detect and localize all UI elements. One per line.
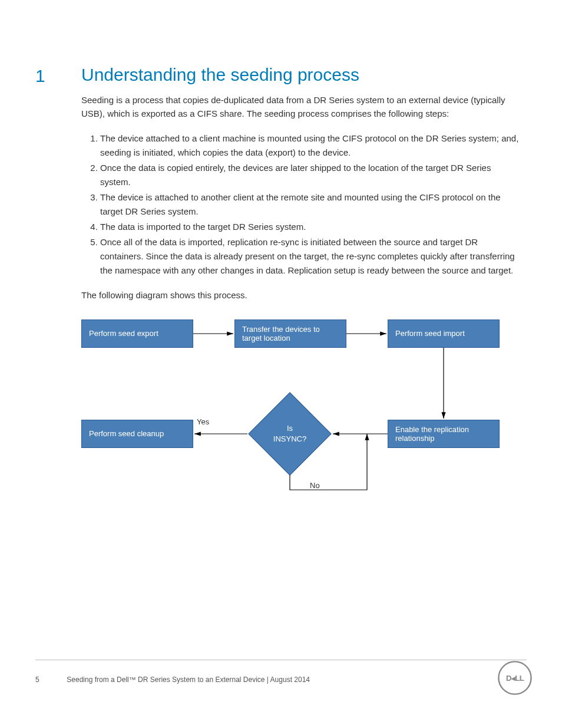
intro-paragraph: Seeding is a process that copies de-dupl…	[81, 93, 520, 121]
svg-text:D◂LL: D◂LL	[506, 674, 524, 683]
dell-logo-icon: D◂LL	[497, 660, 533, 696]
footer-divider	[35, 660, 527, 660]
page-footer: 5 Seeding from a Dell™ DR Series System …	[35, 676, 310, 684]
flow-diagram: Perform seed export Transfer the devices…	[81, 316, 529, 510]
footer-text: Seeding from a Dell™ DR Series System to…	[67, 676, 310, 684]
diagram-lead: The following diagram shows this process…	[81, 288, 520, 302]
step-item: Once the data is copied entirely, the de…	[100, 161, 520, 189]
step-item: Once all of the data is imported, replic…	[100, 235, 520, 278]
step-item: The data is imported to the target DR Se…	[100, 220, 520, 234]
flow-box-label: Perform seed export	[89, 329, 158, 338]
document-page: 1 Understanding the seeding process Seed…	[0, 0, 562, 728]
flow-box-label: Enable the replication relationship	[395, 425, 492, 443]
flow-box-export: Perform seed export	[81, 319, 193, 348]
page-title: Understanding the seeding process	[81, 65, 520, 85]
flow-box-enable: Enable the replication relationship	[388, 420, 500, 448]
step-item: The device is attached to another client…	[100, 190, 520, 219]
diamond-label-line1: Is	[287, 424, 293, 433]
edge-label-no: No	[310, 481, 320, 490]
page-number: 5	[35, 676, 65, 684]
flow-box-label: Perform seed import	[395, 329, 465, 338]
steps-list: The device attached to a client machine …	[100, 131, 520, 278]
flow-box-transfer: Transfer the devices to target location	[234, 319, 346, 348]
edge-label-yes: Yes	[197, 417, 209, 426]
diamond-label-line2: INSYNC?	[273, 434, 306, 443]
flow-box-label: Perform seed cleanup	[89, 429, 164, 438]
flow-box-import: Perform seed import	[388, 319, 500, 348]
flow-decision-insync: Is INSYNC?	[249, 393, 331, 475]
section-number: 1	[35, 66, 45, 86]
flow-box-cleanup: Perform seed cleanup	[81, 420, 193, 448]
content-body: Understanding the seeding process Seedin…	[81, 65, 520, 510]
step-item: The device attached to a client machine …	[100, 131, 520, 160]
flow-box-label: Transfer the devices to target location	[242, 325, 339, 342]
